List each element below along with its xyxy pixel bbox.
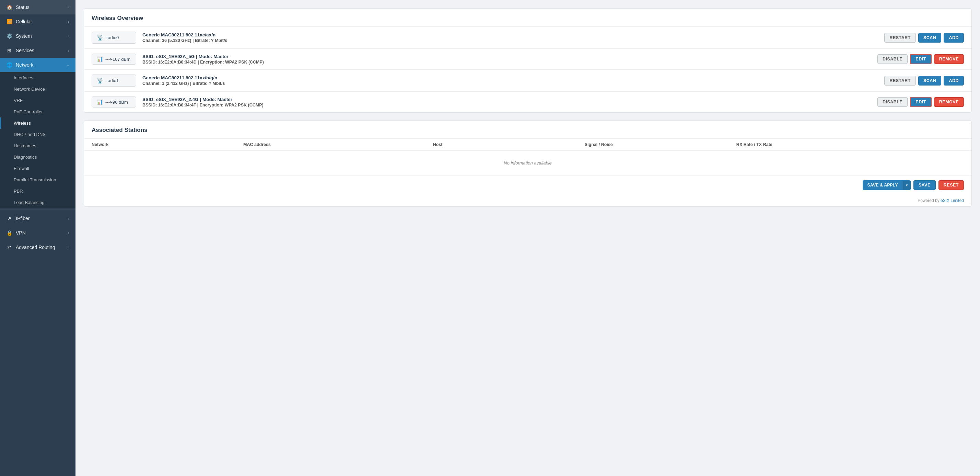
sidebar-item-services[interactable]: ⊞ Services › [0,43,75,58]
powered-by: Powered by eSIX Limited [84,195,971,206]
edit-button-ssid-2g[interactable]: EDIT [910,97,931,107]
save-button[interactable]: SAVE [913,180,936,190]
network-icon: 🌐 [6,62,12,68]
sidebar-item-system-label: System [16,33,32,39]
radio1-badge: 📡 radio1 [92,75,136,86]
restart-button-radio0[interactable]: RESTART [884,33,916,43]
sidebar-item-ipfiber-label: IPfiber [16,216,30,221]
ssid-2g-info: SSID: eSIX_1EE92A_2.4G | Mode: Master BS… [142,97,871,107]
chevron-right-icon: › [68,19,69,24]
sidebar-item-network[interactable]: 🌐 Network ⌄ [0,58,75,72]
powered-by-link[interactable]: eSIX Limited [940,198,964,203]
scan-button-radio0[interactable]: SCAN [918,33,941,43]
edit-button-ssid-5g[interactable]: EDIT [910,54,931,64]
ssid-2g-sub-text: BSSID: 16:E2:0A:B8:34:4F | Encryption: W… [142,103,871,107]
sidebar: 🏠 Status › 📶 Cellular › ⚙️ System › ⊞ Se… [0,0,75,476]
cellular-icon: 📶 [6,19,12,24]
col-header-rate: RX Rate / TX Rate [737,142,964,147]
ssid-label-2g: SSID: eSIX_1EE92A_2.4G | [142,97,202,102]
col-header-host: Host [433,142,585,147]
sidebar-sub-item-poe-controller[interactable]: PoE Controller [0,106,75,117]
sidebar-sub-item-diagnostics[interactable]: Diagnostics [0,152,75,163]
sidebar-item-ipfiber[interactable]: ↗ IPfiber › [0,211,75,226]
sidebar-item-status-label: Status [16,5,30,10]
sidebar-item-system[interactable]: ⚙️ System › [0,29,75,43]
gear-icon: ⚙️ [6,33,12,39]
associated-stations-title: Associated Stations [84,121,971,139]
radio1-sub-text: Channel: 1 (2.412 GHz) | Bitrate: ? Mbit… [142,81,878,86]
sidebar-item-status[interactable]: 🏠 Status › [0,0,75,14]
sidebar-item-advanced-routing-label: Advanced Routing [16,244,55,250]
chevron-right-icon: › [68,34,69,38]
radio0-sub-text: Channel: 36 (5.180 GHz) | Bitrate: ? Mbi… [142,38,878,43]
col-header-network: Network [92,142,243,147]
sidebar-item-advanced-routing[interactable]: ⇄ Advanced Routing › [0,240,75,254]
ssid-5g-signal-label: ---/-107 dBm [105,57,130,62]
col-header-signal: Signal / Noise [585,142,737,147]
sidebar-sub-item-wireless[interactable]: Wireless [0,117,75,129]
scan-button-radio1[interactable]: SCAN [918,76,941,86]
table-header: Network MAC address Host Signal / Noise … [84,139,971,151]
bitrate-label: Bitrate: ? Mbit/s [195,38,227,43]
channel-label-r1: Channel: 1 (2.412 GHz) | [142,81,192,86]
sidebar-sub-item-interfaces[interactable]: Interfaces [0,72,75,83]
chevron-right-icon: › [68,48,69,53]
chevron-right-icon: › [68,5,69,9]
sidebar-sub-network: Interfaces Network Device VRF PoE Contro… [0,72,75,208]
sidebar-sub-item-parallel-transmission[interactable]: Parallel Transmission [0,174,75,185]
add-button-radio1[interactable]: ADD [943,76,964,86]
sidebar-sub-item-firewall[interactable]: Firewall [0,163,75,174]
remove-button-ssid-2g[interactable]: REMOVE [934,97,964,107]
wireless-row-radio1: 📡 radio1 Generic MAC80211 802.11ax/b/g/n… [84,70,971,92]
disable-button-ssid-5g[interactable]: DISABLE [877,54,908,64]
enc-label: Encryption: WPA2 PSK (CCMP) [200,60,264,65]
chevron-right-icon: › [68,216,69,220]
wireless-row-radio0: 📡 radio0 Generic MAC80211 802.11ac/ax/n … [84,27,971,49]
enc-label-2g: Encryption: WPA2 PSK (CCMP) [200,103,264,107]
reset-button[interactable]: RESET [939,180,964,190]
sidebar-item-network-label: Network [16,62,33,68]
ssid-5g-sub-text: BSSID: 16:E2:0A:B8:34:4D | Encryption: W… [142,60,871,65]
sidebar-item-cellular[interactable]: 📶 Cellular › [0,14,75,29]
wireless-row-ssid-5g: 📊 ---/-107 dBm SSID: eSIX_1EE92A_5G | Mo… [84,49,971,70]
sidebar-sub-item-network-device[interactable]: Network Device [0,83,75,95]
wireless-overview-title: Wireless Overview [84,9,971,27]
ssid-2g-signal-label: ---/-96 dBm [105,100,128,105]
radio0-label: radio0 [107,35,119,40]
restart-button-radio1[interactable]: RESTART [884,76,916,86]
sidebar-sub-item-load-balancing[interactable]: Load Balancing [0,197,75,208]
associated-stations-card: Associated Stations Network MAC address … [84,120,972,207]
sidebar-sub-item-dhcp-dns[interactable]: DHCP and DNS [0,129,75,140]
lock-icon: 🔒 [6,230,12,236]
sidebar-item-vpn-label: VPN [16,230,26,236]
add-button-radio0[interactable]: ADD [943,33,964,43]
save-apply-caret[interactable]: ▾ [903,181,911,190]
ssid-5g-info: SSID: eSIX_1EE92A_5G | Mode: Master BSSI… [142,54,871,65]
sidebar-sub-item-pbr[interactable]: PBR [0,185,75,197]
save-apply-dropdown[interactable]: SAVE & APPLY ▾ [863,180,911,190]
sidebar-sub-item-vrf[interactable]: VRF [0,95,75,106]
ssid-2g-actions: DISABLE EDIT REMOVE [877,97,964,107]
wireless-overview-card: Wireless Overview 📡 radio0 Generic MAC80… [84,8,972,113]
save-apply-button[interactable]: SAVE & APPLY [863,180,903,190]
radio0-badge: 📡 radio0 [92,32,136,44]
table-empty-message: No information available [84,151,971,175]
wifi-icon: 📡 [97,34,103,41]
remove-button-ssid-5g[interactable]: REMOVE [934,54,964,64]
sidebar-item-vpn[interactable]: 🔒 VPN › [0,226,75,240]
disable-button-ssid-2g[interactable]: DISABLE [877,97,908,107]
col-header-mac: MAC address [243,142,433,147]
sidebar-item-cellular-label: Cellular [16,19,32,24]
radio0-info: Generic MAC80211 802.11ac/ax/n Channel: … [142,32,878,43]
mode-label: Mode: Master [199,54,229,59]
wifi-icon-radio1: 📡 [97,77,103,84]
ssid-2g-main-text: SSID: eSIX_1EE92A_2.4G | Mode: Master [142,97,871,102]
grid-icon: ⊞ [6,48,12,53]
wireless-row-ssid-2g: 📊 ---/-96 dBm SSID: eSIX_1EE92A_2.4G | M… [84,92,971,112]
channel-label: Channel: 36 (5.180 GHz) | [142,38,195,43]
ssid-5g-badge: 📊 ---/-107 dBm [92,54,136,65]
radio1-actions: RESTART SCAN ADD [884,76,964,86]
sidebar-sub-item-hostnames[interactable]: Hostnames [0,140,75,152]
powered-by-text: Powered by [918,198,939,203]
chevron-down-icon: ⌄ [66,63,69,67]
